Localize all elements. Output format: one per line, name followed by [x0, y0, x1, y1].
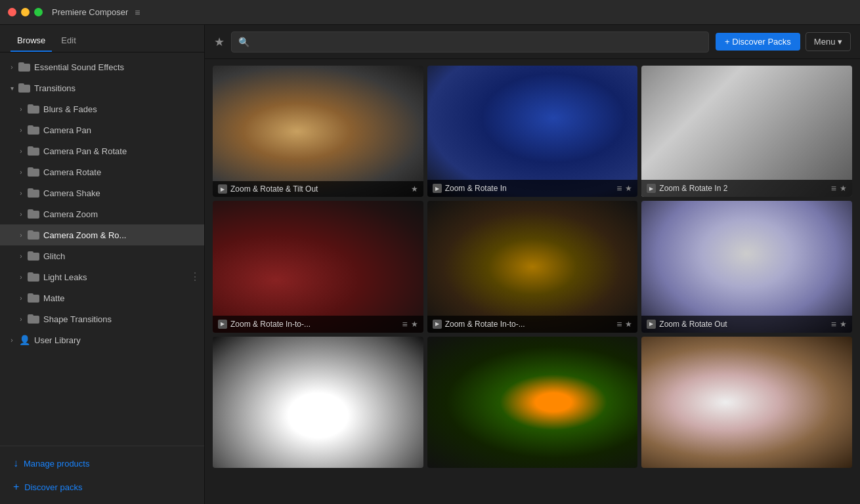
play-icon: ▶	[433, 320, 442, 329]
thumbnail-3	[641, 66, 852, 197]
sidebar-item-light-leaks[interactable]: Light Leaks ⋮	[0, 266, 204, 287]
chevron-icon	[16, 167, 26, 177]
grid-label-3: ▶ Zoom & Rotate In 2 ≡ ★	[641, 180, 852, 197]
sidebar-item-shape-transitions[interactable]: Shape Transitions	[0, 308, 204, 329]
close-button[interactable]	[8, 8, 16, 16]
chevron-icon	[16, 251, 26, 261]
chevron-icon	[16, 293, 26, 303]
thumbnail-6	[641, 201, 852, 332]
thumbnail-8	[427, 337, 638, 468]
plus-icon: +	[13, 481, 19, 493]
play-icon: ▶	[647, 184, 656, 193]
menu-icon[interactable]: ≡	[616, 319, 622, 329]
grid-item-9[interactable]	[641, 337, 852, 468]
star-icon[interactable]: ★	[840, 320, 847, 329]
dots-handle-icon[interactable]: ⋮	[190, 272, 200, 282]
menu-button[interactable]: Menu ▾	[806, 32, 851, 51]
sidebar-item-label: Camera Zoom	[43, 209, 98, 219]
star-filter-icon[interactable]: ★	[214, 35, 225, 49]
thumbnail-2	[427, 66, 638, 197]
folder-icon	[28, 104, 39, 114]
content-header: ★ 🔍 + Discover Packs Menu ▾	[205, 25, 860, 59]
grid-item-4[interactable]: ▶ Zoom & Rotate In-to-... ≡ ★	[213, 201, 423, 332]
manage-products-button[interactable]: ↓ Manage products	[0, 452, 204, 475]
chevron-icon	[16, 230, 26, 240]
sidebar-item-user-library[interactable]: 👤 User Library	[0, 329, 204, 350]
grid-item-6[interactable]: ▶ Zoom & Rotate Out ≡ ★	[641, 201, 852, 332]
discover-packs-button[interactable]: + Discover packs	[0, 475, 204, 499]
grid-item-3[interactable]: ▶ Zoom & Rotate In 2 ≡ ★	[641, 66, 852, 197]
sidebar-item-label: Light Leaks	[43, 272, 87, 282]
menu-icon[interactable]: ≡	[831, 183, 836, 194]
sidebar-item-camera-zoom[interactable]: Camera Zoom	[0, 203, 204, 224]
sidebar-item-label: Essential Sound Effects	[34, 62, 124, 72]
traffic-lights	[8, 8, 43, 16]
grid-label-2: ▶ Zoom & Rotate In ≡ ★	[427, 180, 638, 197]
grid-item-label: Zoom & Rotate In-to-...	[445, 320, 614, 329]
folder-icon	[28, 230, 39, 240]
fullscreen-button[interactable]	[34, 8, 43, 16]
thumbnail-5	[427, 201, 638, 332]
grid-item-8[interactable]	[427, 337, 638, 468]
folder-icon	[18, 62, 30, 72]
folder-icon	[28, 314, 39, 324]
sidebar-footer: ↓ Manage products + Discover packs	[0, 446, 204, 504]
star-icon[interactable]: ★	[625, 184, 632, 193]
tab-edit[interactable]: Edit	[54, 30, 82, 52]
grid-item-1[interactable]: ▶ Zoom & Rotate & Tilt Out ★	[213, 66, 423, 197]
folder-icon	[28, 293, 39, 303]
menu-icon[interactable]: ≡	[616, 183, 622, 194]
sidebar-item-label: Blurs & Fades	[43, 104, 97, 114]
grid-item-7[interactable]	[213, 337, 423, 468]
grid-label-5: ▶ Zoom & Rotate In-to-... ≡ ★	[427, 316, 638, 333]
sidebar-tree: Essential Sound Effects Transitions Blur…	[0, 52, 204, 446]
menu-icon[interactable]: ≡	[402, 319, 407, 329]
tab-browse[interactable]: Browse	[11, 30, 52, 52]
folder-icon	[18, 83, 30, 93]
tabs-bar: Browse Edit	[0, 25, 204, 52]
discover-packs-header-button[interactable]: + Discover Packs	[716, 33, 800, 51]
grid-item-5[interactable]: ▶ Zoom & Rotate In-to-... ≡ ★	[427, 201, 638, 332]
grid-item-label: Zoom & Rotate In	[445, 184, 614, 193]
thumbnail-1	[213, 66, 423, 197]
thumbnail-7	[213, 337, 423, 468]
play-icon: ▶	[433, 184, 442, 193]
sidebar-item-transitions[interactable]: Transitions	[0, 77, 204, 98]
star-icon[interactable]: ★	[625, 320, 632, 329]
star-icon[interactable]: ★	[840, 184, 847, 193]
sidebar-item-camera-shake[interactable]: Camera Shake	[0, 182, 204, 203]
sidebar-item-label: Glitch	[43, 251, 65, 261]
sidebar-item-essential-sound[interactable]: Essential Sound Effects	[0, 56, 204, 77]
sidebar-item-camera-pan[interactable]: Camera Pan	[0, 119, 204, 140]
menu-icon[interactable]: ≡	[831, 319, 836, 329]
grid-item-2[interactable]: ▶ Zoom & Rotate In ≡ ★	[427, 66, 638, 197]
chevron-icon	[16, 314, 26, 324]
grid-item-label: Zoom & Rotate & Tilt Out	[230, 184, 408, 194]
star-icon[interactable]: ★	[411, 320, 418, 329]
chevron-icon	[7, 335, 17, 345]
sidebar-item-label: Camera Zoom & Ro...	[43, 230, 126, 240]
sidebar-item-blurs-fades[interactable]: Blurs & Fades	[0, 98, 204, 119]
sidebar-item-camera-pan-rotate[interactable]: Camera Pan & Rotate	[0, 140, 204, 161]
sidebar: Browse Edit Essential Sound Effects Tran…	[0, 25, 205, 504]
chevron-icon	[16, 188, 26, 198]
sidebar-item-camera-rotate[interactable]: Camera Rotate	[0, 161, 204, 182]
sidebar-item-camera-zoom-ro[interactable]: Camera Zoom & Ro...	[0, 224, 204, 245]
manage-products-label: Manage products	[24, 459, 89, 469]
star-icon[interactable]: ★	[411, 184, 418, 194]
hamburger-icon[interactable]: ≡	[135, 7, 140, 18]
search-icon: 🔍	[238, 37, 249, 47]
folder-icon	[28, 125, 39, 135]
sidebar-item-matte[interactable]: Matte	[0, 287, 204, 308]
sidebar-item-glitch[interactable]: Glitch	[0, 245, 204, 266]
search-input[interactable]	[253, 37, 702, 47]
chevron-icon	[7, 62, 17, 72]
minimize-button[interactable]	[21, 8, 30, 16]
sidebar-item-label: User Library	[34, 335, 81, 345]
folder-icon	[28, 167, 39, 177]
grid-area: ▶ Zoom & Rotate & Tilt Out ★ ▶ Zoom & Ro…	[205, 59, 860, 504]
app-title: Premiere Composer	[52, 7, 128, 17]
grid-label-4: ▶ Zoom & Rotate In-to-... ≡ ★	[213, 316, 423, 333]
play-icon: ▶	[647, 320, 656, 329]
chevron-icon	[16, 146, 26, 156]
